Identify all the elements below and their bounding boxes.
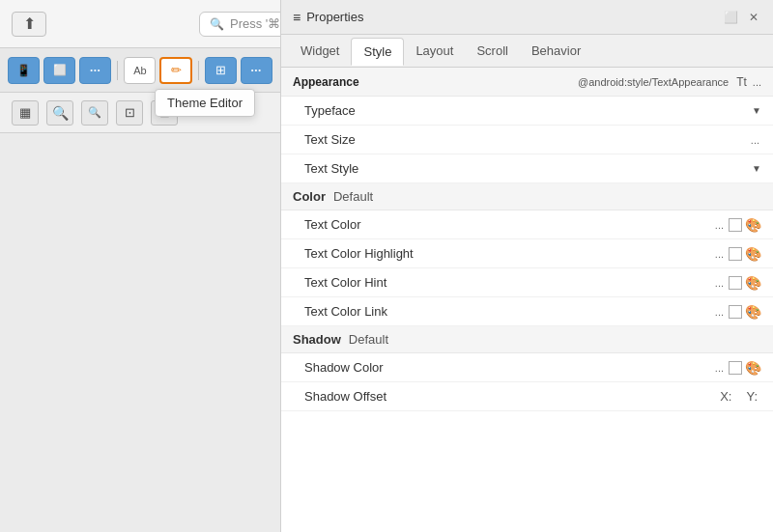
toolbar-sep-2 xyxy=(198,61,199,80)
text-style-label: Text Style xyxy=(304,161,752,176)
text-color-square[interactable] xyxy=(729,218,742,232)
shadow-color-more[interactable]: ... xyxy=(713,361,726,375)
text-style-arrow: ▼ xyxy=(752,163,761,174)
shadow-color-actions: ... 🎨 xyxy=(713,360,761,376)
text-view-button[interactable]: Ab xyxy=(124,57,156,84)
grid-zoom-button[interactable]: ▦ xyxy=(12,100,39,126)
color-section-value: Default xyxy=(333,189,373,204)
upload-button[interactable]: ⬆ xyxy=(12,12,46,37)
typeface-actions: ▼ xyxy=(752,105,761,116)
panel-header: ≡ Properties ⬜ ✕ xyxy=(281,0,773,35)
text-color-label: Text Color xyxy=(304,217,713,232)
text-color-link-label: Text Color Link xyxy=(304,304,713,319)
appearance-value-area: @android:style/TextAppearance Tt ... xyxy=(578,75,761,89)
text-color-highlight-label: Text Color Highlight xyxy=(304,246,713,261)
text-color-highlight-more[interactable]: ... xyxy=(713,247,726,261)
shadow-color-palette[interactable]: 🎨 xyxy=(745,360,761,376)
typeface-row[interactable]: Typeface ▼ xyxy=(281,97,773,126)
shadow-section-header: Shadow Default xyxy=(281,326,773,353)
text-color-hint-actions: ... 🎨 xyxy=(713,275,761,291)
text-color-highlight-square[interactable] xyxy=(729,247,742,261)
text-color-highlight-palette[interactable]: 🎨 xyxy=(745,246,761,262)
tab-style[interactable]: Style xyxy=(351,38,404,66)
textview-icon: Ab xyxy=(133,65,146,76)
device-toolbar: 📱 ⬜ ••• Ab ✏ ⊞ ••• Theme Editor xyxy=(0,48,280,93)
tab-scroll[interactable]: Scroll xyxy=(465,38,520,64)
extra-icon: ••• xyxy=(251,66,262,74)
extra-button[interactable]: ••• xyxy=(241,57,272,84)
text-color-highlight-row[interactable]: Text Color Highlight ... 🎨 xyxy=(281,239,773,268)
upload-icon: ⬆ xyxy=(23,14,36,33)
properties-panel: ≡ Properties ⬜ ✕ Widget Style Layout Scr… xyxy=(280,0,773,532)
text-color-row[interactable]: Text Color ... 🎨 xyxy=(281,210,773,239)
tablet-icon: ⬜ xyxy=(53,64,67,76)
appearance-label: Appearance xyxy=(293,75,359,89)
text-color-palette[interactable]: 🎨 xyxy=(745,217,761,233)
properties-icon: ≡ xyxy=(293,10,301,25)
appearance-value-text: @android:style/TextAppearance xyxy=(578,76,729,88)
text-size-row[interactable]: Text Size ... xyxy=(281,126,773,154)
shadow-offset-y: Y: xyxy=(746,389,758,404)
more-device-icon: ••• xyxy=(90,66,100,74)
typeface-label: Typeface xyxy=(304,103,752,118)
typeface-arrow: ▼ xyxy=(752,105,761,116)
color-section-header: Color Default xyxy=(281,183,773,210)
text-size-actions: ... xyxy=(749,133,761,147)
panel-title-text: Properties xyxy=(306,10,363,24)
shadow-offset-row[interactable]: Shadow Offset X: Y: xyxy=(281,382,773,411)
zoom-out-button[interactable]: 🔍 xyxy=(81,100,108,126)
zoom-frame-button[interactable]: ⊡ xyxy=(116,100,143,126)
tabs-row: Widget Style Layout Scroll Behavior xyxy=(281,35,773,68)
phone-button[interactable]: 📱 xyxy=(8,57,40,84)
text-size-label: Text Size xyxy=(304,132,749,147)
theme-editor-tooltip: Theme Editor xyxy=(155,89,255,117)
grid-zoom-icon: ▦ xyxy=(19,105,31,120)
appearance-tt-icon: Tt xyxy=(736,75,747,89)
shadow-offset-actions: X: Y: xyxy=(720,389,761,404)
text-color-more[interactable]: ... xyxy=(713,218,726,232)
tablet-button[interactable]: ⬜ xyxy=(43,57,75,84)
text-color-link-actions: ... 🎨 xyxy=(713,304,761,320)
search-icon: 🔍 xyxy=(210,17,224,31)
zoom-frame-icon: ⊡ xyxy=(125,105,135,120)
tab-widget[interactable]: Widget xyxy=(289,38,351,64)
shadow-color-square[interactable] xyxy=(729,361,742,375)
zoom-out-icon: 🔍 xyxy=(88,106,101,119)
shadow-color-row[interactable]: Shadow Color ... 🎨 xyxy=(281,353,773,382)
tab-layout[interactable]: Layout xyxy=(404,38,465,64)
panel-title-area: ≡ Properties xyxy=(293,10,363,25)
tab-behavior[interactable]: Behavior xyxy=(520,38,592,64)
text-color-link-more[interactable]: ... xyxy=(713,305,726,319)
shadow-offset-x: X: xyxy=(720,389,731,404)
zoom-in-icon: 🔍 xyxy=(52,105,69,121)
color-section-label: Color xyxy=(293,189,326,204)
text-color-hint-more[interactable]: ... xyxy=(713,276,726,290)
shadow-section-label: Shadow xyxy=(293,332,341,347)
theme-editor-icon: ✏ xyxy=(171,63,182,77)
text-color-highlight-actions: ... 🎨 xyxy=(713,246,761,262)
text-color-actions: ... 🎨 xyxy=(713,217,761,233)
text-color-hint-square[interactable] xyxy=(729,276,742,290)
grid-view-button[interactable]: ⊞ xyxy=(205,57,237,84)
text-color-hint-row[interactable]: Text Color Hint ... 🎨 xyxy=(281,268,773,297)
panel-resize-button[interactable]: ⬜ xyxy=(723,10,738,25)
theme-editor-button[interactable]: ✏ xyxy=(159,57,191,84)
text-style-row[interactable]: Text Style ▼ xyxy=(281,154,773,183)
shadow-color-label: Shadow Color xyxy=(304,360,713,375)
shadow-offset-label: Shadow Offset xyxy=(304,389,720,404)
more-device-button[interactable]: ••• xyxy=(79,57,111,84)
phone-icon: 📱 xyxy=(16,64,31,77)
text-size-more[interactable]: ... xyxy=(749,133,761,147)
panel-close-button[interactable]: ✕ xyxy=(746,10,761,25)
appearance-section-header: Appearance @android:style/TextAppearance… xyxy=(281,68,773,97)
text-style-actions: ▼ xyxy=(752,163,761,174)
grid-icon: ⊞ xyxy=(215,63,226,77)
toolbar-sep-1 xyxy=(117,61,118,80)
text-color-link-palette[interactable]: 🎨 xyxy=(745,304,761,320)
shadow-section-value: Default xyxy=(349,332,388,347)
text-color-link-square[interactable] xyxy=(729,305,742,319)
zoom-in-button[interactable]: 🔍 xyxy=(46,100,73,126)
appearance-more-btn[interactable]: ... xyxy=(753,76,761,88)
text-color-hint-palette[interactable]: 🎨 xyxy=(745,275,761,291)
text-color-link-row[interactable]: Text Color Link ... 🎨 xyxy=(281,297,773,326)
